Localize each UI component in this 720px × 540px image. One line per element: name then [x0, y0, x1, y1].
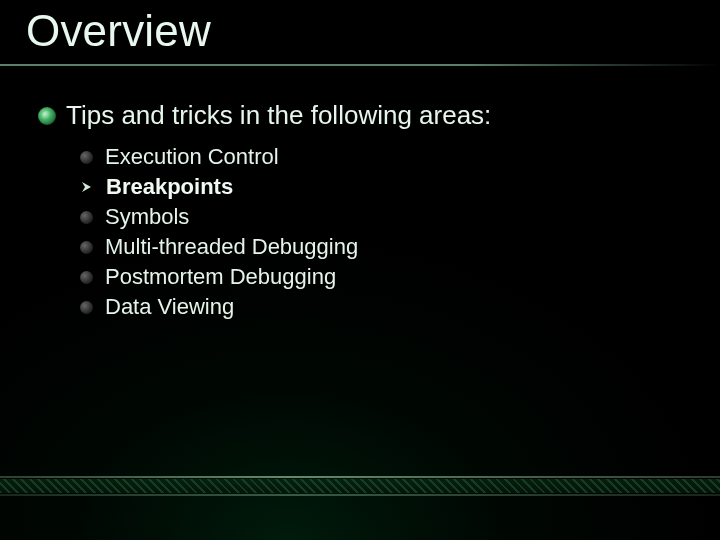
topic-list: Execution Control Breakpoints Symbols Mu… — [80, 142, 358, 322]
slide: Overview Tips and tricks in the followin… — [0, 0, 720, 540]
list-item-label: Multi-threaded Debugging — [105, 234, 358, 260]
list-item: Execution Control — [80, 142, 358, 172]
dot-bullet-icon — [80, 301, 93, 314]
title-underline — [0, 64, 720, 66]
arrow-bullet-icon — [80, 180, 94, 194]
list-item: Symbols — [80, 202, 358, 232]
list-item: Data Viewing — [80, 292, 358, 322]
page-title: Overview — [26, 6, 211, 56]
dot-bullet-icon — [80, 271, 93, 284]
dot-bullet-icon — [80, 241, 93, 254]
list-item-current: Breakpoints — [80, 172, 358, 202]
footer-divider — [0, 476, 720, 498]
list-item: Multi-threaded Debugging — [80, 232, 358, 262]
dot-bullet-icon — [80, 151, 93, 164]
dot-bullet-icon — [80, 211, 93, 224]
intro-row: Tips and tricks in the following areas: — [38, 100, 491, 131]
intro-text: Tips and tricks in the following areas: — [66, 100, 491, 131]
list-item-label: Symbols — [105, 204, 189, 230]
list-item-label: Execution Control — [105, 144, 279, 170]
list-item: Postmortem Debugging — [80, 262, 358, 292]
sphere-bullet-icon — [38, 107, 56, 125]
list-item-label: Data Viewing — [105, 294, 234, 320]
list-item-label: Breakpoints — [106, 174, 233, 200]
list-item-label: Postmortem Debugging — [105, 264, 336, 290]
